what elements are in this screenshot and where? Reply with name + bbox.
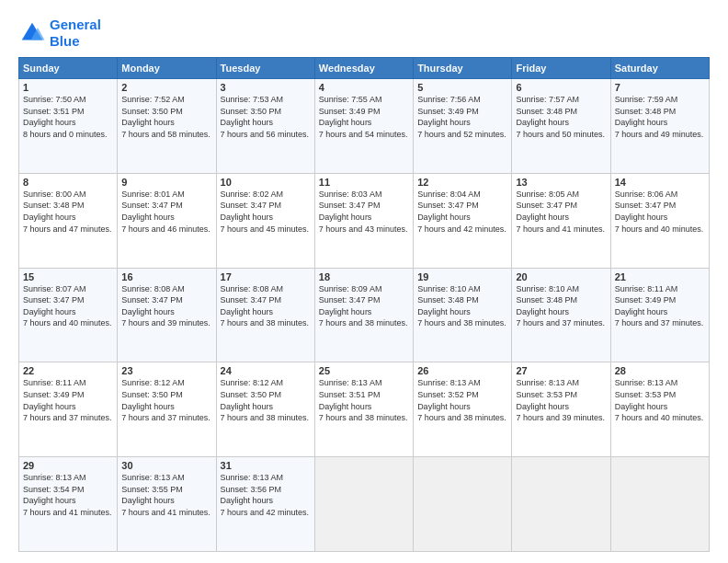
daylight-value: 7 hours and 39 minutes. xyxy=(121,318,210,327)
sunset-label: Sunset: 3:47 PM xyxy=(319,295,381,304)
day-number: 10 xyxy=(221,177,311,188)
header-day: Thursday xyxy=(414,58,512,79)
daylight-label: Daylight hours xyxy=(319,307,372,316)
sunset-label: Sunset: 3:49 PM xyxy=(417,107,479,116)
daylight-label: Daylight hours xyxy=(516,307,569,316)
day-number: 17 xyxy=(221,271,311,282)
daylight-value: 7 hours and 42 minutes. xyxy=(221,508,310,517)
sunset-label: Sunset: 3:48 PM xyxy=(516,107,577,116)
day-number: 18 xyxy=(319,271,409,282)
week-row: 15 Sunrise: 8:07 AM Sunset: 3:47 PM Dayl… xyxy=(19,268,710,362)
day-number: 12 xyxy=(417,177,507,188)
daylight-value: 7 hours and 41 minutes. xyxy=(516,224,605,234)
day-info: Sunrise: 8:10 AM Sunset: 3:48 PM Dayligh… xyxy=(516,283,606,329)
sunset-label: Sunset: 3:53 PM xyxy=(516,390,577,399)
sunset-label: Sunset: 3:47 PM xyxy=(23,295,85,304)
daylight-value: 7 hours and 38 minutes. xyxy=(417,318,506,327)
sunrise-label: Sunrise: 8:12 AM xyxy=(221,378,284,387)
day-number: 13 xyxy=(516,177,606,188)
sunrise-label: Sunrise: 8:08 AM xyxy=(121,284,185,293)
daylight-value: 7 hours and 37 minutes. xyxy=(23,413,112,422)
sunset-label: Sunset: 3:48 PM xyxy=(417,295,479,304)
calendar-cell: 20 Sunrise: 8:10 AM Sunset: 3:48 PM Dayl… xyxy=(512,268,610,362)
day-info: Sunrise: 8:09 AM Sunset: 3:47 PM Dayligh… xyxy=(319,283,409,329)
daylight-value: 7 hours and 54 minutes. xyxy=(319,130,408,139)
day-number: 28 xyxy=(615,365,705,376)
calendar-cell xyxy=(314,457,413,552)
calendar-cell: 18 Sunrise: 8:09 AM Sunset: 3:47 PM Dayl… xyxy=(314,268,413,362)
sunrise-label: Sunrise: 8:13 AM xyxy=(516,378,579,387)
day-info: Sunrise: 7:55 AM Sunset: 3:49 PM Dayligh… xyxy=(319,94,409,140)
daylight-label: Daylight hours xyxy=(615,213,668,222)
calendar-table: SundayMondayTuesdayWednesdayThursdayFrid… xyxy=(18,57,710,552)
daylight-value: 7 hours and 40 minutes. xyxy=(615,413,704,422)
daylight-label: Daylight hours xyxy=(121,213,175,222)
logo-icon xyxy=(18,19,46,47)
calendar-cell: 28 Sunrise: 8:13 AM Sunset: 3:53 PM Dayl… xyxy=(610,362,709,457)
page: General Blue SundayMondayTuesdayWednesda… xyxy=(0,0,728,563)
daylight-label: Daylight hours xyxy=(221,118,274,127)
sunrise-label: Sunrise: 8:04 AM xyxy=(417,190,481,199)
sunrise-label: Sunrise: 8:13 AM xyxy=(319,378,382,387)
daylight-value: 7 hours and 43 minutes. xyxy=(319,224,408,234)
sunrise-label: Sunrise: 8:13 AM xyxy=(121,473,185,482)
daylight-label: Daylight hours xyxy=(221,402,274,411)
sunset-label: Sunset: 3:47 PM xyxy=(221,295,282,304)
day-info: Sunrise: 8:11 AM Sunset: 3:49 PM Dayligh… xyxy=(23,377,113,423)
daylight-label: Daylight hours xyxy=(417,402,471,411)
sunset-label: Sunset: 3:47 PM xyxy=(121,295,183,304)
day-number: 6 xyxy=(516,82,606,93)
daylight-label: Daylight hours xyxy=(516,118,569,127)
sunrise-label: Sunrise: 8:10 AM xyxy=(516,284,579,293)
sunrise-label: Sunrise: 8:09 AM xyxy=(319,284,382,293)
daylight-label: Daylight hours xyxy=(319,213,372,222)
day-info: Sunrise: 7:50 AM Sunset: 3:51 PM Dayligh… xyxy=(23,94,113,140)
day-info: Sunrise: 8:13 AM Sunset: 3:56 PM Dayligh… xyxy=(221,472,311,518)
calendar-cell: 23 Sunrise: 8:12 AM Sunset: 3:50 PM Dayl… xyxy=(118,362,216,457)
calendar-cell: 6 Sunrise: 7:57 AM Sunset: 3:48 PM Dayli… xyxy=(512,79,610,174)
header-day: Tuesday xyxy=(216,58,314,79)
daylight-label: Daylight hours xyxy=(121,118,175,127)
day-info: Sunrise: 7:59 AM Sunset: 3:48 PM Dayligh… xyxy=(615,94,705,140)
sunset-label: Sunset: 3:52 PM xyxy=(417,390,479,399)
day-number: 1 xyxy=(23,82,113,93)
sunset-label: Sunset: 3:49 PM xyxy=(23,390,85,399)
day-info: Sunrise: 7:52 AM Sunset: 3:50 PM Dayligh… xyxy=(121,94,211,140)
header-day: Saturday xyxy=(610,58,709,79)
day-info: Sunrise: 8:13 AM Sunset: 3:53 PM Dayligh… xyxy=(615,377,705,423)
sunrise-label: Sunrise: 7:59 AM xyxy=(615,95,678,104)
day-number: 8 xyxy=(23,177,113,188)
day-number: 15 xyxy=(23,271,113,282)
day-number: 22 xyxy=(23,365,113,376)
daylight-value: 7 hours and 37 minutes. xyxy=(615,318,704,327)
calendar-cell: 26 Sunrise: 8:13 AM Sunset: 3:52 PM Dayl… xyxy=(414,362,512,457)
header-day: Sunday xyxy=(19,58,118,79)
day-info: Sunrise: 7:53 AM Sunset: 3:50 PM Dayligh… xyxy=(221,94,311,140)
calendar-cell: 11 Sunrise: 8:03 AM Sunset: 3:47 PM Dayl… xyxy=(314,173,413,268)
day-number: 19 xyxy=(417,271,507,282)
day-info: Sunrise: 8:11 AM Sunset: 3:49 PM Dayligh… xyxy=(615,283,705,329)
sunrise-label: Sunrise: 8:06 AM xyxy=(615,190,678,199)
calendar-cell: 13 Sunrise: 8:05 AM Sunset: 3:47 PM Dayl… xyxy=(512,173,610,268)
day-info: Sunrise: 8:05 AM Sunset: 3:47 PM Dayligh… xyxy=(516,189,606,235)
header-day: Monday xyxy=(118,58,216,79)
week-row: 29 Sunrise: 8:13 AM Sunset: 3:54 PM Dayl… xyxy=(19,457,710,552)
daylight-label: Daylight hours xyxy=(23,307,76,316)
daylight-label: Daylight hours xyxy=(615,402,668,411)
daylight-value: 7 hours and 38 minutes. xyxy=(221,318,310,327)
daylight-label: Daylight hours xyxy=(221,213,274,222)
day-info: Sunrise: 8:13 AM Sunset: 3:54 PM Dayligh… xyxy=(23,472,113,518)
daylight-value: 7 hours and 45 minutes. xyxy=(221,224,310,234)
logo-general: General xyxy=(50,17,101,32)
sunset-label: Sunset: 3:50 PM xyxy=(221,390,282,399)
calendar-cell xyxy=(414,457,512,552)
daylight-label: Daylight hours xyxy=(23,402,76,411)
day-number: 4 xyxy=(319,82,409,93)
daylight-value: 7 hours and 47 minutes. xyxy=(23,224,112,234)
daylight-label: Daylight hours xyxy=(516,213,569,222)
daylight-value: 7 hours and 38 minutes. xyxy=(221,413,310,422)
sunrise-label: Sunrise: 8:11 AM xyxy=(23,378,86,387)
calendar-cell: 10 Sunrise: 8:02 AM Sunset: 3:47 PM Dayl… xyxy=(216,173,314,268)
daylight-label: Daylight hours xyxy=(23,213,76,222)
sunset-label: Sunset: 3:54 PM xyxy=(23,485,85,494)
